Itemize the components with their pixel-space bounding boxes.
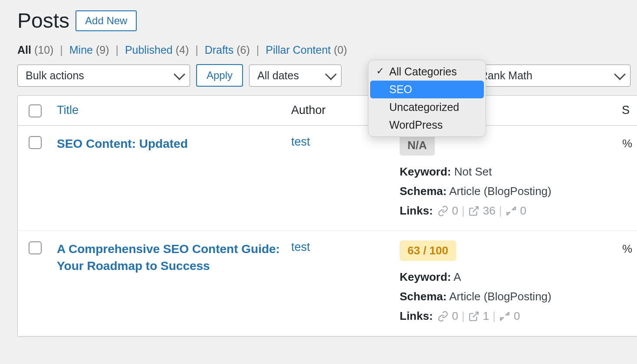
rank-math-select[interactable]: Rank Math — [472, 65, 630, 87]
links-external-count: 1 — [483, 309, 489, 323]
row-checkbox[interactable] — [29, 241, 42, 254]
categories-dropdown: All Categories SEO Uncategorized WordPre… — [368, 60, 486, 137]
filter-mine-count: (9) — [96, 44, 109, 56]
seo-score-badge: 63 / 100 — [400, 240, 456, 261]
keyword-value: A — [453, 270, 461, 283]
schema-label: Schema: — [400, 290, 447, 303]
rank-math-label: Rank Math — [480, 69, 532, 82]
seo-score-badge: N/A — [400, 135, 435, 156]
dropdown-option-seo[interactable]: SEO — [370, 81, 484, 98]
bulk-actions-select[interactable]: Bulk actions — [17, 65, 190, 87]
links-incoming-count: 0 — [520, 204, 526, 218]
column-right-partial: S — [622, 104, 630, 117]
dropdown-option-uncategorized[interactable]: Uncategorized — [370, 98, 484, 116]
dates-select[interactable]: All dates — [249, 65, 341, 87]
link-icon — [437, 205, 449, 217]
filter-drafts[interactable]: Drafts — [205, 44, 234, 56]
links-external-count: 36 — [483, 204, 496, 218]
links-label: Links: — [400, 309, 433, 323]
filter-links: All (10) | Mine (9) | Published (4) | Dr… — [17, 44, 637, 56]
external-link-icon — [468, 205, 479, 217]
filter-published-count: (4) — [176, 44, 189, 56]
percent-partial: % — [622, 242, 632, 256]
author-link[interactable]: test — [291, 135, 310, 148]
dropdown-option-all-categories[interactable]: All Categories — [370, 63, 484, 81]
incoming-link-icon — [499, 311, 510, 322]
links-label: Links: — [400, 204, 433, 218]
page-title: Posts — [17, 9, 69, 32]
keyword-value: Not Set — [454, 165, 492, 178]
filter-published[interactable]: Published — [125, 44, 173, 56]
external-link-icon — [468, 311, 479, 322]
schema-label: Schema: — [400, 185, 447, 198]
keyword-label: Keyword: — [400, 165, 451, 178]
row-checkbox[interactable] — [29, 136, 42, 149]
filter-all-count: (10) — [34, 44, 53, 56]
post-title-link[interactable]: A Comprehensive SEO Content Guide: Your … — [57, 242, 280, 273]
incoming-link-icon — [506, 205, 517, 217]
schema-value: Article (BlogPosting) — [449, 185, 552, 198]
dates-label: All dates — [257, 69, 299, 82]
add-new-button[interactable]: Add New — [76, 10, 137, 31]
filter-pillar[interactable]: Pillar Content — [266, 44, 331, 56]
post-title-link[interactable]: SEO Content: Updated — [57, 137, 188, 150]
dropdown-option-wordpress[interactable]: WordPress — [370, 116, 484, 134]
links-internal-count: 0 — [452, 204, 458, 218]
column-title[interactable]: Title — [57, 104, 79, 117]
select-all-checkbox[interactable] — [29, 104, 42, 117]
link-icon — [437, 311, 449, 322]
filter-pillar-count: (0) — [334, 44, 347, 56]
links-incoming-count: 0 — [514, 309, 520, 323]
links-internal-count: 0 — [452, 309, 458, 323]
schema-value: Article (BlogPosting) — [449, 290, 552, 303]
apply-button[interactable]: Apply — [196, 64, 243, 87]
author-link[interactable]: test — [291, 240, 310, 254]
filter-mine[interactable]: Mine — [69, 44, 93, 56]
percent-partial: % — [622, 137, 632, 150]
bulk-actions-label: Bulk actions — [26, 69, 84, 82]
posts-table: Title Author S SEO Content: Updated test… — [17, 95, 637, 337]
filter-drafts-count: (6) — [236, 44, 250, 56]
keyword-label: Keyword: — [400, 270, 451, 283]
table-row: SEO Content: Updated test N/A Keyword: N… — [18, 126, 637, 231]
filter-all[interactable]: All — [17, 44, 31, 56]
toolbar: Bulk actions Apply All dates Rank Math A… — [17, 64, 637, 87]
table-row: A Comprehensive SEO Content Guide: Your … — [18, 231, 637, 336]
